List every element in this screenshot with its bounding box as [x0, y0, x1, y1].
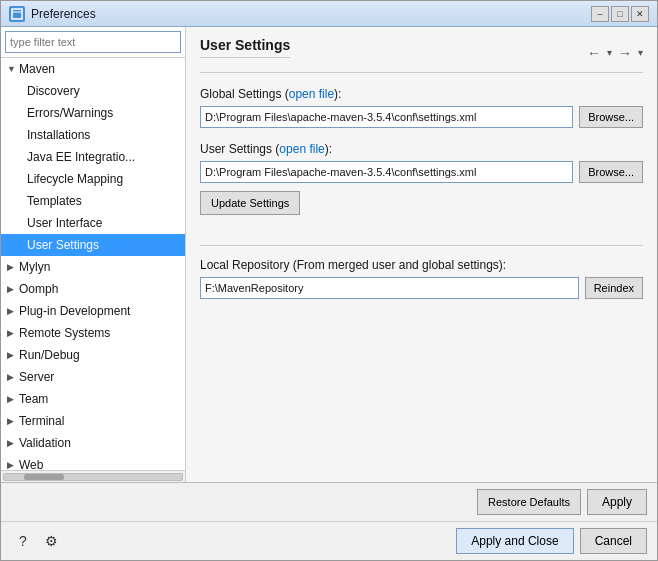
- local-repo-label: Local Repository (From merged user and g…: [200, 258, 643, 272]
- sidebar-item-label: Run/Debug: [19, 346, 80, 364]
- preferences-button[interactable]: ⚙: [39, 529, 63, 553]
- sidebar-item-label: Web: [19, 456, 43, 470]
- bottom-left-icons: ? ⚙: [11, 529, 63, 553]
- minimize-button[interactable]: –: [591, 6, 609, 22]
- right-panel: User Settings ← ▾ → ▾ Global Settings (o…: [186, 27, 657, 482]
- sidebar-item-label: Java EE Integratio...: [27, 150, 135, 164]
- sidebar-item-maven[interactable]: ▼ Maven: [1, 58, 185, 80]
- dialog-icon: [9, 6, 25, 22]
- nav-back-button[interactable]: ←: [583, 43, 605, 63]
- sidebar-item-user-settings[interactable]: User Settings: [1, 234, 185, 256]
- nav-back-dropdown[interactable]: ▾: [607, 47, 612, 58]
- right-panel-wrapper: User Settings ← ▾ → ▾ Global Settings (o…: [186, 27, 657, 482]
- apply-close-button[interactable]: Apply and Close: [456, 528, 573, 554]
- panel-title: User Settings: [200, 37, 290, 58]
- user-settings-suffix: ):: [325, 142, 332, 156]
- expand-arrow: ▶: [7, 280, 17, 298]
- close-button[interactable]: ✕: [631, 6, 649, 22]
- local-repo-row: Reindex: [200, 277, 643, 299]
- sidebar-item-discovery[interactable]: Discovery: [1, 80, 185, 102]
- sidebar-item-remote-systems[interactable]: ▶ Remote Systems: [1, 322, 185, 344]
- user-settings-label: User Settings (open file):: [200, 142, 643, 156]
- scroll-track[interactable]: [3, 473, 183, 481]
- sidebar-item-web[interactable]: ▶ Web: [1, 454, 185, 470]
- expand-arrow: ▶: [7, 302, 17, 320]
- update-settings-wrapper: Update Settings: [200, 191, 643, 227]
- sidebar-item-user-interface[interactable]: User Interface: [1, 212, 185, 234]
- bottom-bar: Restore Defaults Apply ? ⚙ Apply and Clo…: [1, 482, 657, 560]
- apply-button[interactable]: Apply: [587, 489, 647, 515]
- bottom-row-1: Restore Defaults Apply: [1, 483, 657, 521]
- global-browse-button[interactable]: Browse...: [579, 106, 643, 128]
- sidebar-item-terminal[interactable]: ▶ Terminal: [1, 410, 185, 432]
- window-controls: – □ ✕: [591, 6, 649, 22]
- expand-arrow: ▶: [7, 434, 17, 452]
- sidebar-item-label: User Interface: [27, 216, 102, 230]
- sidebar-item-label: Plug-in Development: [19, 302, 130, 320]
- scroll-thumb[interactable]: [24, 474, 64, 480]
- sidebar-item-run-debug[interactable]: ▶ Run/Debug: [1, 344, 185, 366]
- sidebar-scrollbar-horizontal[interactable]: [1, 470, 185, 482]
- global-settings-label: Global Settings (open file):: [200, 87, 643, 101]
- global-settings-row: Browse...: [200, 106, 643, 128]
- expand-arrow: ▶: [7, 456, 17, 470]
- expand-arrow: ▶: [7, 258, 17, 276]
- preferences-dialog: Preferences – □ ✕ ▼ Maven Discovery: [0, 0, 658, 561]
- nav-forward-button[interactable]: →: [614, 43, 636, 63]
- expand-arrow: ▶: [7, 412, 17, 430]
- expand-arrow: ▶: [7, 390, 17, 408]
- sidebar-item-errors-warnings[interactable]: Errors/Warnings: [1, 102, 185, 124]
- sidebar-item-java-ee[interactable]: Java EE Integratio...: [1, 146, 185, 168]
- sidebar-item-validation[interactable]: ▶ Validation: [1, 432, 185, 454]
- expand-arrow: ▶: [7, 324, 17, 342]
- user-browse-button[interactable]: Browse...: [579, 161, 643, 183]
- sidebar-item-server[interactable]: ▶ Server: [1, 366, 185, 388]
- sidebar-item-installations[interactable]: Installations: [1, 124, 185, 146]
- section-divider: [200, 245, 643, 246]
- nav-forward-dropdown[interactable]: ▾: [638, 47, 643, 58]
- sidebar-item-oomph[interactable]: ▶ Oomph: [1, 278, 185, 300]
- sidebar-item-plugin-development[interactable]: ▶ Plug-in Development: [1, 300, 185, 322]
- global-settings-text: Global Settings (: [200, 87, 289, 101]
- update-settings-button[interactable]: Update Settings: [200, 191, 300, 215]
- global-settings-suffix: ):: [334, 87, 341, 101]
- sidebar-item-mylyn[interactable]: ▶ Mylyn: [1, 256, 185, 278]
- filter-input[interactable]: [5, 31, 181, 53]
- sidebar: ▼ Maven Discovery Errors/Warnings Instal…: [1, 27, 186, 482]
- panel-header: User Settings ← ▾ → ▾: [200, 37, 643, 73]
- sidebar-item-label: Lifecycle Mapping: [27, 172, 123, 186]
- bottom-row-2: ? ⚙ Apply and Close Cancel: [1, 521, 657, 560]
- user-settings-link[interactable]: open file: [279, 142, 324, 156]
- dialog-title: Preferences: [31, 7, 585, 21]
- expand-arrow: ▼: [7, 60, 17, 78]
- reindex-button[interactable]: Reindex: [585, 277, 643, 299]
- main-content: ▼ Maven Discovery Errors/Warnings Instal…: [1, 27, 657, 482]
- bottom-right-buttons: Apply and Close Cancel: [456, 528, 647, 554]
- sidebar-item-label: Discovery: [27, 84, 80, 98]
- local-repo-path-input[interactable]: [200, 277, 579, 299]
- sidebar-item-label: Installations: [27, 128, 90, 142]
- sidebar-item-label: Validation: [19, 434, 71, 452]
- sidebar-item-label: Templates: [27, 194, 82, 208]
- svg-rect-0: [12, 9, 22, 19]
- cancel-button[interactable]: Cancel: [580, 528, 647, 554]
- global-settings-link[interactable]: open file: [289, 87, 334, 101]
- user-settings-path-input[interactable]: [200, 161, 573, 183]
- sidebar-item-lifecycle-mapping[interactable]: Lifecycle Mapping: [1, 168, 185, 190]
- sidebar-item-label: Oomph: [19, 280, 58, 298]
- sidebar-item-label: Terminal: [19, 412, 64, 430]
- help-icon: ?: [19, 533, 27, 549]
- sidebar-item-label: Mylyn: [19, 258, 50, 276]
- title-bar: Preferences – □ ✕: [1, 1, 657, 27]
- sidebar-item-label: Team: [19, 390, 48, 408]
- user-settings-text: User Settings (: [200, 142, 279, 156]
- maximize-button[interactable]: □: [611, 6, 629, 22]
- expand-arrow: ▶: [7, 346, 17, 364]
- sidebar-item-team[interactable]: ▶ Team: [1, 388, 185, 410]
- sidebar-item-label: Remote Systems: [19, 324, 110, 342]
- restore-defaults-button[interactable]: Restore Defaults: [477, 489, 581, 515]
- sidebar-item-templates[interactable]: Templates: [1, 190, 185, 212]
- global-settings-path-input[interactable]: [200, 106, 573, 128]
- sidebar-item-label: Errors/Warnings: [27, 106, 113, 120]
- help-button[interactable]: ?: [11, 529, 35, 553]
